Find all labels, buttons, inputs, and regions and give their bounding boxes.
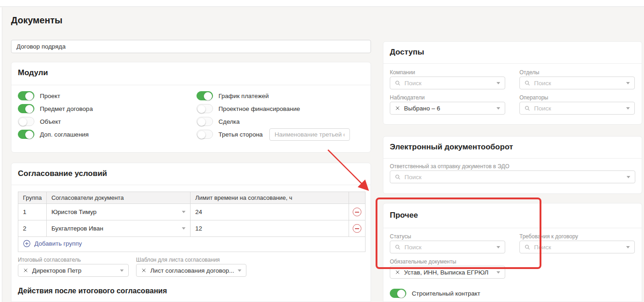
toggle-label: Доп. соглашения: [40, 131, 89, 138]
column-header-actions: [349, 192, 366, 204]
search-placeholder: Поиск: [534, 80, 551, 87]
toggle-label: Проектное финансирование: [218, 105, 300, 112]
edo-responsible-select[interactable]: Поиск: [390, 170, 635, 183]
observers-value: Выбрано – 6: [404, 105, 440, 112]
toggle-row-contract-subject: Предмет договора: [18, 103, 93, 114]
page-title: Документы: [11, 15, 62, 26]
search-icon: [395, 80, 401, 86]
add-group-row: Добавить группу: [18, 237, 366, 252]
divider: [11, 85, 371, 85]
search-placeholder: Поиск: [404, 244, 421, 251]
toggle-deal[interactable]: [196, 117, 213, 126]
toggle-label: Строительный контракт: [412, 290, 480, 297]
statuses-select[interactable]: Поиск: [390, 241, 505, 253]
search-placeholder: Поиск: [534, 244, 551, 251]
final-approver-select[interactable]: Директоров Петр: [18, 264, 129, 277]
approver-select-cell[interactable]: Юристов Тимур: [47, 204, 191, 220]
clear-icon[interactable]: [395, 269, 400, 275]
toggle-row-deal: Сделка: [196, 116, 240, 127]
column-header-approvers: Согласователи документа: [47, 192, 191, 204]
toggle-label: Проект: [40, 93, 60, 99]
clear-icon[interactable]: [141, 268, 147, 273]
search-placeholder: Поиск: [404, 174, 421, 181]
edo-panel: Электронный документооборот Ответственны…: [383, 136, 642, 194]
approver-select-cell[interactable]: Бухгалтеров Иван: [47, 220, 191, 237]
chevron-down-icon: [627, 176, 630, 178]
departments-label: Отделы: [519, 69, 539, 76]
toggle-third-party[interactable]: [196, 130, 213, 139]
remove-row-icon[interactable]: [353, 208, 361, 216]
toggle-payment-schedule[interactable]: [196, 91, 213, 100]
chevron-down-icon: [182, 211, 186, 213]
final-approver-value: Директоров Петр: [32, 267, 82, 274]
approver-value: Бухгалтеров Иван: [51, 225, 103, 232]
clear-icon[interactable]: [23, 268, 28, 273]
toggle-row-construction-contract: Строительный контракт: [390, 288, 480, 299]
document-name-input[interactable]: [11, 40, 371, 53]
divider: [383, 158, 642, 159]
toggle-addendums[interactable]: [18, 130, 34, 139]
chevron-down-icon: [626, 82, 630, 84]
toggle-row-project-financing: Проектное финансирование: [196, 103, 300, 114]
toggle-contract-subject[interactable]: [18, 104, 34, 113]
approval-panel-title: Согласование условий: [18, 169, 107, 178]
search-icon: [524, 80, 530, 86]
approval-template-select[interactable]: Лист согласования договор...: [136, 264, 246, 277]
add-group-button[interactable]: Добавить группу: [23, 240, 82, 247]
modules-panel: Модули Проект Предмет договора Объект До…: [11, 62, 371, 153]
toggle-row-payment-schedule: График платежей: [196, 90, 269, 101]
operators-label: Операторы: [519, 94, 548, 101]
chevron-down-icon: [238, 269, 241, 272]
toggle-row-project: Проект: [18, 90, 60, 101]
observers-select[interactable]: Выбрано – 6: [390, 102, 505, 115]
actions-after-approval-title: Действия после итогового согласования: [18, 287, 167, 295]
final-approver-label: Итоговый согласователь: [18, 257, 81, 263]
third-party-name-input[interactable]: [269, 128, 350, 141]
toggle-label: График платежей: [218, 93, 269, 99]
divider: [11, 185, 371, 185]
companies-select[interactable]: Поиск: [390, 77, 505, 89]
required-docs-label: Обязательные документы: [390, 258, 456, 265]
toggle-project[interactable]: [18, 91, 34, 100]
access-panel-title: Доступы: [390, 48, 424, 57]
approval-template-label: Шаблон для листа согласования: [136, 257, 220, 263]
toggle-object[interactable]: [18, 117, 34, 126]
toggle-row-third-party: Третья сторона: [196, 129, 350, 140]
toggle-project-financing[interactable]: [196, 104, 213, 113]
remove-row-icon[interactable]: [353, 224, 361, 233]
departments-select[interactable]: Поиск: [519, 77, 635, 89]
approver-value: Юристов Тимур: [51, 209, 97, 215]
edo-responsible-label: Ответственный за отправку документов в Э…: [390, 163, 509, 170]
access-panel: Доступы Компании Поиск Отделы Поиск Набл…: [383, 41, 642, 125]
sidebar-edge: [0, 7, 2, 302]
search-placeholder: Поиск: [534, 105, 551, 112]
approval-panel: Согласование условий Группа Согласовател…: [11, 163, 371, 302]
toggle-label: Предмет договора: [40, 105, 93, 112]
table-row: 1 Юристов Тимур 24: [18, 204, 366, 220]
divider: [383, 228, 642, 228]
contract-requirements-select[interactable]: Поиск: [519, 241, 635, 253]
toggle-construction-contract[interactable]: [390, 289, 406, 298]
group-cell: 2: [18, 220, 47, 237]
toggle-label: Сделка: [218, 118, 240, 125]
required-docs-select[interactable]: Устав, ИНН, Выписка ЕГРЮЛ: [390, 266, 505, 279]
search-icon: [395, 174, 401, 180]
limit-cell[interactable]: 12: [191, 220, 349, 237]
clear-icon[interactable]: [395, 105, 400, 111]
companies-label: Компании: [390, 69, 415, 76]
limit-cell[interactable]: 24: [191, 204, 349, 220]
chevron-down-icon: [626, 246, 630, 248]
required-docs-value: Устав, ИНН, Выписка ЕГРЮЛ: [404, 269, 488, 276]
approval-template-value: Лист согласования договор...: [150, 267, 234, 274]
chevron-down-icon: [497, 271, 500, 274]
approval-table: Группа Согласователи документа Лимит вре…: [18, 192, 366, 252]
chevron-down-icon: [497, 246, 500, 248]
statuses-label: Статусы: [390, 233, 411, 240]
divider: [383, 63, 642, 64]
add-group-label: Добавить группу: [34, 240, 82, 247]
operators-select[interactable]: Поиск: [519, 102, 635, 115]
contract-requirements-label: Требования к договору: [519, 233, 578, 240]
search-icon: [524, 105, 530, 111]
observers-label: Наблюдатели: [390, 94, 425, 101]
toggle-label: Третья сторона: [218, 131, 263, 138]
